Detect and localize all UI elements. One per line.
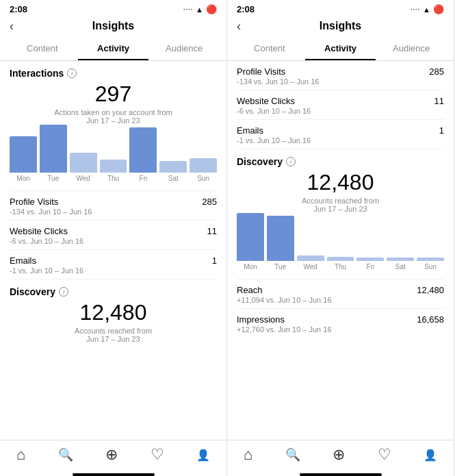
bottom-nav: ⌂ 🔍 ⊕ ♡ 👤 [0, 440, 226, 471]
search-nav-icon[interactable]: 🔍 [58, 447, 73, 462]
chart-bar [327, 257, 354, 261]
info-icon: i [67, 68, 77, 78]
website-clicks-row-right: Website Clicks -6 vs. Jun 10 – Jun 16 11 [227, 90, 454, 119]
discovery-info-icon-right: i [286, 157, 296, 166]
battery-icon-right: 🔴 [433, 4, 444, 14]
page-title: Insights [92, 20, 134, 32]
chart-bar-wrap: Tue [40, 125, 67, 182]
emails-row-right: Emails -1 vs. Jun 10 – Jun 16 1 [227, 120, 454, 149]
website-clicks-label: Website Clicks [10, 226, 83, 236]
profile-visits-value: 285 [202, 197, 217, 207]
website-clicks-sublabel: -6 vs. Jun 10 – Jun 16 [10, 237, 83, 245]
profile-visits-label-right: Profile Visits [237, 66, 319, 77]
tab-content[interactable]: Content [7, 38, 78, 60]
chart-bar-wrap: Fri [129, 127, 157, 182]
chart-bar-wrap: Mon [237, 213, 264, 271]
chart-bar [387, 258, 414, 261]
profile-visits-row: Profile Visits -134 vs. Jun 10 – Jun 16 … [0, 191, 226, 220]
emails-label-right: Emails [237, 125, 311, 136]
emails-row: Emails -1 vs. Jun 10 – Jun 16 1 [0, 250, 226, 279]
header-right: ‹ Insights [227, 16, 454, 38]
heart-nav-icon[interactable]: ♡ [151, 446, 164, 464]
profile-visits-label: Profile Visits [10, 197, 92, 207]
status-bar-right: 2:08 ···· ▲ 🔴 [227, 0, 454, 16]
discovery-count: 12,480 [10, 300, 217, 325]
status-bar: 2:08 ···· ▲ 🔴 [0, 0, 226, 16]
chart-bar-wrap: Wed [70, 153, 97, 182]
add-nav-icon[interactable]: ⊕ [105, 446, 118, 464]
profile-visits-sublabel-right: -134 vs. Jun 10 – Jun 16 [237, 77, 319, 86]
battery-icon: 🔴 [206, 4, 217, 14]
bar-day-label: Thu [335, 263, 346, 271]
discovery-info-icon: i [59, 287, 68, 297]
bar-day-label: Tue [274, 263, 286, 271]
add-nav-icon-right[interactable]: ⊕ [333, 446, 345, 464]
time-right: 2:08 [237, 4, 255, 14]
tab-audience[interactable]: Audience [148, 38, 220, 60]
back-button-right[interactable]: ‹ [237, 19, 241, 34]
tab-bar: Content Activity Audience [0, 38, 226, 61]
header: ‹ Insights [0, 16, 226, 38]
interactions-subtext: Actions taken on your account from Jun 1… [10, 108, 217, 125]
heart-nav-icon-right[interactable]: ♡ [378, 446, 391, 464]
chart-bar-wrap: Thu [327, 257, 354, 271]
signal-icon-right: ···· [411, 6, 420, 13]
home-indicator [73, 473, 155, 476]
panel-left: 2:08 ···· ▲ 🔴 ‹ Insights Content Activit… [0, 0, 227, 476]
bar-day-label: Sat [395, 263, 406, 271]
status-icons: ···· ▲ 🔴 [183, 4, 217, 14]
chart-bar [417, 258, 444, 261]
back-button[interactable]: ‹ [10, 19, 14, 34]
tab-bar-right: Content Activity Audience [227, 38, 454, 61]
bar-day-label: Sat [168, 175, 179, 182]
chart-bar [190, 158, 217, 173]
interactions-section: Interactions i 297 Actions taken on your… [0, 61, 226, 190]
profile-visits-row-right: Profile Visits -134 vs. Jun 10 – Jun 16 … [227, 61, 454, 90]
chart-bar [100, 160, 127, 173]
reach-row: Reach +11,094 vs. Jun 10 – Jun 16 12,480 [227, 279, 454, 308]
bar-day-label: Fri [367, 263, 375, 271]
interactions-title: Interactions i [10, 68, 217, 79]
emails-value: 1 [212, 255, 217, 266]
impressions-row: Impressions +12,760 vs. Jun 10 – Jun 16 … [227, 309, 454, 338]
bottom-nav-right: ⌂ 🔍 ⊕ ♡ 👤 [227, 440, 454, 471]
discovery-title: Discovery i [10, 286, 217, 297]
discovery-count-right: 12,480 [237, 170, 444, 195]
chart-bar [237, 213, 264, 261]
chart-bar [10, 136, 37, 173]
bar-day-label: Sun [197, 175, 209, 182]
website-clicks-value-right: 11 [434, 96, 444, 106]
emails-label: Emails [10, 255, 83, 266]
search-nav-icon-right[interactable]: 🔍 [285, 447, 300, 462]
home-nav-icon[interactable]: ⌂ [16, 446, 25, 464]
bar-day-label: Mon [16, 175, 29, 182]
discovery-title-right: Discovery i [237, 156, 444, 167]
website-clicks-label-right: Website Clicks [237, 96, 311, 106]
chart-bar-wrap: Tue [267, 216, 294, 271]
profile-nav-icon[interactable]: 👤 [196, 449, 210, 462]
tab-activity-right[interactable]: Activity [305, 38, 376, 60]
chart-bar [267, 216, 294, 261]
bar-day-label: Thu [107, 175, 119, 182]
chart-bar-wrap: Fri [356, 258, 384, 271]
tab-audience-right[interactable]: Audience [376, 38, 447, 60]
main-content-right: Profile Visits -134 vs. Jun 10 – Jun 16 … [227, 61, 454, 440]
discovery-subtext-right: Accounts reached from Jun 17 – Jun 23 [237, 197, 444, 213]
website-clicks-value: 11 [207, 226, 217, 236]
discovery-section: Discovery i 12,480 Accounts reached from… [0, 279, 226, 353]
tab-content-right[interactable]: Content [234, 38, 305, 60]
interactions-count: 297 [10, 82, 217, 107]
impressions-value: 16,658 [417, 314, 444, 325]
chart-bar-wrap: Wed [297, 255, 324, 271]
chart-bar-wrap: Sat [159, 161, 187, 183]
tab-activity[interactable]: Activity [78, 38, 149, 60]
chart-bar [129, 127, 157, 173]
profile-nav-icon-right[interactable]: 👤 [424, 449, 437, 462]
bar-day-label: Wed [76, 175, 90, 182]
home-nav-icon-right[interactable]: ⌂ [244, 446, 252, 464]
discovery-section-right: Discovery i 12,480 Accounts reached from… [227, 149, 454, 279]
wifi-icon-right: ▲ [423, 5, 430, 14]
panel-right: 2:08 ···· ▲ 🔴 ‹ Insights Content Activit… [227, 0, 454, 476]
emails-value-right: 1 [439, 125, 444, 136]
chart-bar [40, 125, 67, 173]
